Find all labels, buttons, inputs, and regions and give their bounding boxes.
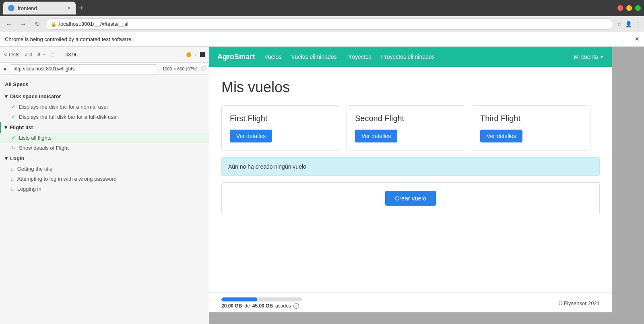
test-item-lists-all-flights[interactable]: ✓ Lists all flights [0, 133, 209, 143]
app-main: Mis vuelos First Flight Ver detalles Sec… [209, 67, 612, 292]
test-item-get-title[interactable]: □ Getting the title [0, 164, 209, 174]
test-item-label: Getting the title [17, 166, 52, 172]
nav-proyectos-eliminados[interactable]: Proyectos eliminados [381, 54, 435, 60]
test-icon-circle [186, 52, 191, 57]
notification-close-button[interactable]: × [635, 35, 639, 43]
copyright-text: © Flysensor 2021 [559, 300, 600, 306]
check-unchecked-icon: □ [11, 167, 14, 171]
test-panel: < Tests ✓ 3 ✗ -- ◌ -- 08.96 ↕ ● 1000 × 6… [0, 47, 209, 324]
disk-bar-container: 20.00 GB de 45.00 GB usados i [221, 297, 302, 309]
alert-text: Aún no ha creado ningún vuelo [228, 163, 306, 170]
menu-icon[interactable]: ⋮ [635, 21, 641, 27]
content-area: < Tests ✓ 3 ✗ -- ◌ -- 08.96 ↕ ● 1000 × 6… [0, 47, 644, 324]
ver-detalles-button-second[interactable]: Ver detalles [355, 130, 397, 142]
section-login-label: Login [10, 155, 24, 161]
tab-close-button[interactable]: × [68, 5, 71, 11]
account-caret-icon: ▼ [600, 55, 604, 59]
app-footer: 20.00 GB de 45.00 GB usados i © Flysenso… [209, 292, 612, 312]
pending-count: ◌ -- [50, 52, 59, 58]
notification-bar: Chrome is being controlled by automated … [0, 32, 644, 47]
section-flight-label: Flight list [10, 124, 33, 130]
section-disk-space[interactable]: ▾ Disk space indicator [0, 91, 209, 102]
test-item-label: Show details of Flight [19, 145, 69, 151]
window-minimize[interactable] [626, 5, 632, 11]
check-unchecked-icon: □ [11, 177, 14, 182]
test-list: All Specs ▾ Disk space indicator ✓ Displ… [0, 75, 209, 324]
back-button[interactable]: ← [3, 19, 14, 29]
tab-title: frontend [18, 5, 37, 11]
crear-vuelo-button[interactable]: Crear vuelo [385, 191, 436, 206]
flight-card-title: Second Flight [355, 114, 457, 123]
notification-text: Chrome is being controlled by automated … [5, 36, 133, 42]
window-close[interactable] [617, 5, 623, 11]
test-item-logging-in[interactable]: □ Logging in [0, 184, 209, 194]
test-item-wrong-password[interactable]: □ Attempting to log in with a wrong pass… [0, 174, 209, 184]
tests-back-button[interactable]: < Tests [4, 52, 19, 58]
pass-count: ✓ 3 [24, 52, 32, 58]
ver-detalles-button-third[interactable]: Ver detalles [480, 130, 522, 142]
tab-favicon [8, 5, 14, 11]
nav-proyectos[interactable]: Proyectos [346, 54, 371, 60]
nav-vuelos[interactable]: Vuelos [264, 54, 281, 60]
info-icon: ⓘ [201, 65, 206, 72]
test-icon-arrow: ↕ [194, 52, 197, 58]
section-flight-list[interactable]: ▾ Flight list [0, 122, 209, 133]
test-icon-stop [200, 52, 205, 57]
ver-detalles-button-first[interactable]: Ver detalles [230, 130, 272, 142]
check-pending-icon: ↻ [11, 145, 16, 151]
disk-bar-track [221, 297, 302, 301]
disk-bar-fill [221, 297, 257, 301]
all-specs-label: All Specs [0, 78, 209, 91]
test-item-label: Displays the disk bar for a normal user [19, 104, 108, 110]
address-bar-row: ← → ↻ 🔒 localhost:8001/__/#/tests/__all … [0, 16, 644, 32]
disk-total: 45.00 GB [252, 303, 273, 309]
page-title: Mis vuelos [221, 79, 600, 96]
create-card: Crear vuelo [221, 182, 600, 214]
chevron-down-icon: ▾ [4, 124, 7, 130]
new-tab-button[interactable]: + [79, 4, 84, 13]
check-pass-icon: ✓ [11, 135, 16, 141]
reload-button[interactable]: ↻ [32, 19, 42, 29]
test-icons: ↕ [186, 52, 205, 58]
viewport-label: 1000 × 660 (97%) [162, 66, 198, 71]
test-url-bar: ● 1000 × 660 (97%) ⓘ [0, 63, 209, 75]
test-item-disk-full[interactable]: ✓ Displays the full disk bar for a full-… [0, 112, 209, 122]
browser-chrome: frontend × + [0, 0, 644, 16]
flight-card-title: First Flight [230, 114, 332, 123]
section-login[interactable]: ▾ Login [0, 153, 209, 164]
viewport-area: AgroSmart Vuelos Vuelos eliminados Proye… [209, 47, 644, 324]
disk-separator: de [244, 303, 250, 309]
test-item-label: Logging in [17, 186, 41, 192]
test-item-label: Lists all flights [19, 135, 52, 141]
account-icon[interactable]: 👤 [625, 21, 632, 27]
test-item-disk-normal[interactable]: ✓ Displays the disk bar for a normal use… [0, 102, 209, 112]
lock-icon: 🔒 [51, 21, 57, 27]
address-bar[interactable]: 🔒 localhost:8001/__/#/tests/__all [45, 19, 613, 30]
fail-count: ✗ -- [37, 52, 45, 58]
info-icon[interactable]: i [293, 303, 299, 309]
nav-vuelos-eliminados[interactable]: Vuelos eliminados [291, 54, 336, 60]
disk-suffix: usados [275, 303, 291, 309]
chevron-down-icon: ▾ [5, 93, 8, 99]
test-item-label: Attempting to log in with a wrong passwo… [17, 176, 117, 182]
test-url-input[interactable] [10, 64, 157, 73]
forward-button[interactable]: → [18, 19, 29, 29]
bookmark-icon[interactable]: ☆ [617, 21, 622, 27]
elapsed-time: 08.96 [66, 52, 78, 58]
globe-icon: ● [3, 66, 6, 72]
disk-used: 20.00 GB [221, 303, 242, 309]
svg-point-0 [9, 6, 13, 10]
check-pass-icon: ✓ [11, 114, 16, 120]
flight-card-title: Third Flight [480, 114, 582, 123]
account-menu[interactable]: Mi cuenta ▼ [574, 54, 604, 60]
window-maximize[interactable] [635, 5, 641, 11]
test-item-show-details[interactable]: ↻ Show details of Flight [0, 143, 209, 153]
browser-tab[interactable]: frontend × [3, 2, 76, 14]
flight-card-second: Second Flight Ver detalles [347, 105, 465, 151]
chevron-down-icon: ▾ [5, 155, 8, 161]
flight-card-first: First Flight Ver detalles [221, 105, 340, 151]
check-unchecked-icon: □ [11, 187, 14, 192]
flight-card-third: Third Flight Ver detalles [472, 105, 590, 151]
section-disk-label: Disk space indicator [10, 93, 61, 99]
app-brand[interactable]: AgroSmart [217, 53, 255, 61]
